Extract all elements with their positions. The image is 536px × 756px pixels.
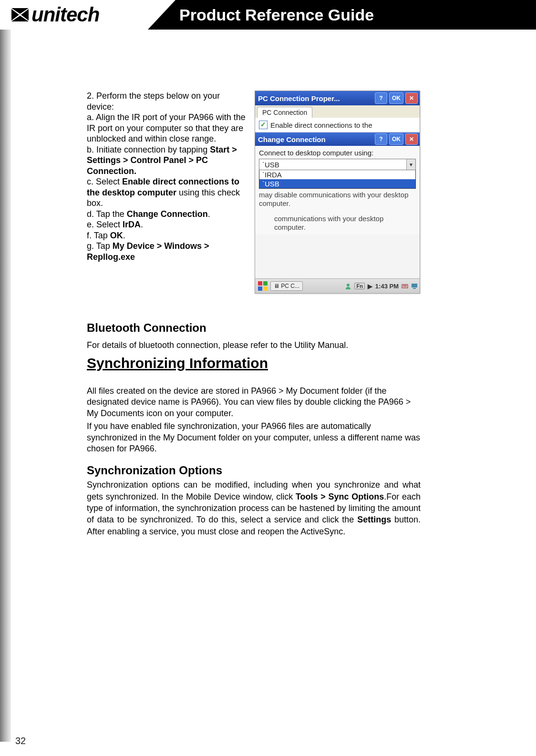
instr-step-b: b. Initiate connection by tapping Start … [87, 144, 248, 177]
connection-dropdown-list: `IRDA `USB [259, 170, 416, 189]
instructions-block: 2. Perform the steps below on your devic… [87, 91, 248, 294]
start-button-icon[interactable] [257, 280, 268, 292]
svg-rect-4 [258, 281, 262, 286]
ok-button[interactable]: OK [389, 92, 403, 104]
monitor-icon: 🖥 [274, 283, 279, 289]
svg-rect-13 [413, 288, 416, 289]
enable-direct-checkbox-row[interactable]: ✓ Enable direct connections to the [255, 118, 420, 133]
checkmark-icon: ✓ [259, 121, 268, 129]
hint-text-2: communications with your desktop compute… [259, 215, 416, 232]
page-number: 32 [15, 736, 26, 746]
instr-step-g: g. Tap My Device > Windows > Repllog.exe [87, 241, 248, 262]
connection-combobox[interactable]: `USB ▼ [259, 159, 416, 170]
bluetooth-heading: Bluetooth Connection [87, 321, 421, 335]
connect-label: Connect to desktop computer using: [259, 149, 416, 157]
child-window-titlebar: Change Connection ? OK ✕ [255, 133, 420, 146]
sync-options-heading: Synchronization Options [87, 464, 421, 477]
combobox-value: `USB [262, 161, 279, 169]
sync-paragraph-2: If you have enabled file synchronization… [87, 421, 421, 454]
svg-rect-7 [263, 286, 268, 291]
header-title: Product Reference Guide [175, 0, 536, 30]
checkbox-label: Enable direct connections to the [270, 121, 372, 129]
help-button[interactable]: ? [375, 92, 387, 104]
taskbar-clock: 1:43 PM [375, 283, 399, 290]
left-margin-shadow [0, 30, 11, 742]
sync-heading: Synchronizing Information [87, 355, 421, 371]
instr-step-a: a. Align the IR port of your PA966 with … [87, 112, 248, 144]
option-usb[interactable]: `USB [259, 179, 415, 188]
parent-window-titlebar: PC Connection Proper... ? OK ✕ [255, 91, 420, 105]
instr-step-f: f. Tap OK. [87, 230, 248, 241]
taskbar: 🖥 PC C... Fn ▶ 1:43 PM [255, 278, 420, 293]
svg-rect-5 [263, 281, 268, 286]
sync-paragraph-1: All files created on the device are stor… [87, 386, 421, 419]
instr-step-c: c. Select Enable direct connections to t… [87, 176, 248, 209]
parent-window-title: PC Connection Proper... [258, 94, 373, 102]
sync-options-body: Synchronization options can be modified,… [87, 479, 421, 537]
close-button[interactable]: ✕ [405, 92, 418, 104]
bluetooth-text: For details of bluetooth connection, ple… [87, 340, 421, 350]
device-screenshot: PC Connection Proper... ? OK ✕ PC Connec… [255, 91, 420, 294]
child-close-button[interactable]: ✕ [405, 133, 418, 145]
page-header: unitech Product Reference Guide [0, 0, 536, 30]
desktop-icon[interactable] [411, 283, 418, 289]
unitech-logo-icon [10, 5, 30, 24]
child-window-title: Change Connection [258, 135, 373, 143]
tray-arrow-icon: ▶ [368, 283, 372, 290]
taskbar-app-pcconnection[interactable]: 🖥 PC C... [270, 281, 303, 291]
hint-text-1: may disable communications with your des… [259, 191, 416, 208]
option-irda[interactable]: `IRDA [259, 170, 415, 179]
tab-strip: PC Connection [255, 105, 420, 118]
instr-step-d: d. Tap the Change Connection. [87, 209, 248, 220]
user-icon[interactable] [345, 283, 351, 289]
svg-rect-6 [258, 286, 262, 291]
logo: unitech [0, 0, 148, 30]
svg-point-8 [347, 284, 350, 286]
keyboard-icon[interactable] [402, 283, 408, 289]
instr-step-2: 2. Perform the steps below on your devic… [87, 91, 248, 112]
instr-step-e: e. Select IrDA. [87, 219, 248, 230]
chevron-down-icon: ▼ [406, 159, 415, 170]
logo-text: unitech [31, 3, 99, 26]
svg-rect-12 [412, 284, 417, 287]
header-wedge [148, 0, 175, 30]
child-ok-button[interactable]: OK [389, 133, 403, 145]
fn-key-badge[interactable]: Fn [354, 283, 364, 289]
child-help-button[interactable]: ? [375, 133, 387, 145]
tab-pc-connection[interactable]: PC Connection [257, 107, 312, 118]
